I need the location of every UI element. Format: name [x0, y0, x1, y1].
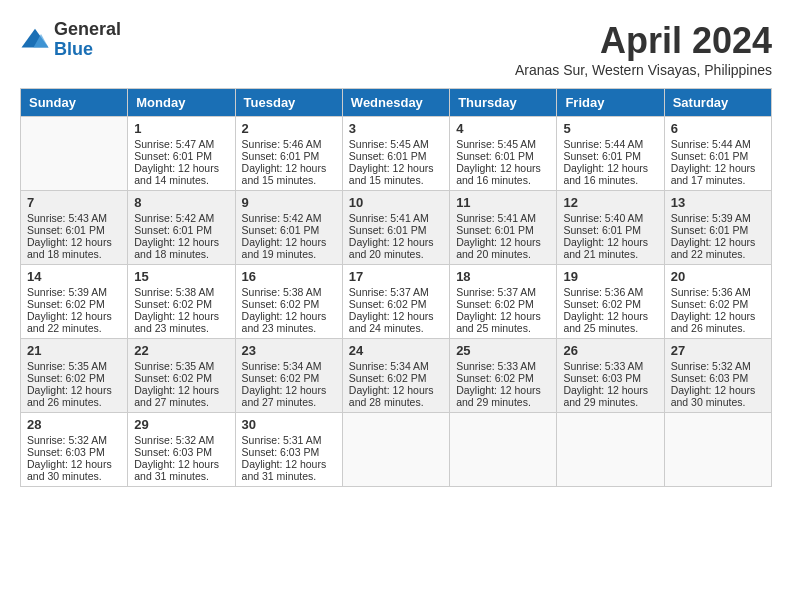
day-info-line: Sunrise: 5:33 AM: [456, 360, 550, 372]
header: General Blue April 2024 Aranas Sur, West…: [20, 20, 772, 78]
calendar-cell: 20Sunrise: 5:36 AMSunset: 6:02 PMDayligh…: [664, 265, 771, 339]
day-info-line: and 22 minutes.: [27, 322, 121, 334]
day-info-line: Sunset: 6:01 PM: [349, 150, 443, 162]
calendar-table: SundayMondayTuesdayWednesdayThursdayFrid…: [20, 88, 772, 487]
day-info-line: Daylight: 12 hours: [671, 236, 765, 248]
day-info-line: Sunset: 6:02 PM: [27, 298, 121, 310]
day-number: 10: [349, 195, 443, 210]
day-info-line: Sunset: 6:02 PM: [563, 298, 657, 310]
day-info-line: Sunrise: 5:34 AM: [349, 360, 443, 372]
day-info-line: and 21 minutes.: [563, 248, 657, 260]
day-number: 11: [456, 195, 550, 210]
column-header-friday: Friday: [557, 89, 664, 117]
day-info-line: and 25 minutes.: [563, 322, 657, 334]
column-header-monday: Monday: [128, 89, 235, 117]
day-info-line: Daylight: 12 hours: [563, 310, 657, 322]
calendar-cell: [450, 413, 557, 487]
calendar-cell: 25Sunrise: 5:33 AMSunset: 6:02 PMDayligh…: [450, 339, 557, 413]
day-number: 22: [134, 343, 228, 358]
day-number: 26: [563, 343, 657, 358]
logo: General Blue: [20, 20, 121, 60]
day-info-line: Daylight: 12 hours: [242, 162, 336, 174]
day-info-line: and 15 minutes.: [349, 174, 443, 186]
day-info-line: Sunset: 6:03 PM: [563, 372, 657, 384]
calendar-cell: 2Sunrise: 5:46 AMSunset: 6:01 PMDaylight…: [235, 117, 342, 191]
day-info-line: Sunrise: 5:42 AM: [242, 212, 336, 224]
day-info-line: Sunrise: 5:33 AM: [563, 360, 657, 372]
day-info-line: Sunrise: 5:34 AM: [242, 360, 336, 372]
day-info-line: Sunset: 6:01 PM: [563, 150, 657, 162]
calendar-cell: 19Sunrise: 5:36 AMSunset: 6:02 PMDayligh…: [557, 265, 664, 339]
day-number: 6: [671, 121, 765, 136]
day-info-line: Sunset: 6:02 PM: [349, 298, 443, 310]
day-info-line: Daylight: 12 hours: [349, 384, 443, 396]
day-info-line: and 26 minutes.: [671, 322, 765, 334]
day-info-line: Daylight: 12 hours: [27, 310, 121, 322]
calendar-cell: 27Sunrise: 5:32 AMSunset: 6:03 PMDayligh…: [664, 339, 771, 413]
day-info-line: Sunset: 6:02 PM: [134, 372, 228, 384]
day-info-line: Sunset: 6:03 PM: [671, 372, 765, 384]
day-info-line: Daylight: 12 hours: [456, 384, 550, 396]
day-number: 8: [134, 195, 228, 210]
day-info-line: Daylight: 12 hours: [456, 236, 550, 248]
column-header-wednesday: Wednesday: [342, 89, 449, 117]
day-info-line: Sunset: 6:03 PM: [27, 446, 121, 458]
calendar-cell: 16Sunrise: 5:38 AMSunset: 6:02 PMDayligh…: [235, 265, 342, 339]
day-info-line: Sunset: 6:02 PM: [242, 372, 336, 384]
calendar-cell: 8Sunrise: 5:42 AMSunset: 6:01 PMDaylight…: [128, 191, 235, 265]
calendar-title: April 2024: [515, 20, 772, 62]
column-header-saturday: Saturday: [664, 89, 771, 117]
day-number: 20: [671, 269, 765, 284]
day-number: 27: [671, 343, 765, 358]
calendar-cell: 28Sunrise: 5:32 AMSunset: 6:03 PMDayligh…: [21, 413, 128, 487]
day-info-line: and 18 minutes.: [27, 248, 121, 260]
day-info-line: Sunrise: 5:45 AM: [456, 138, 550, 150]
day-info-line: Daylight: 12 hours: [134, 162, 228, 174]
day-number: 5: [563, 121, 657, 136]
day-info-line: and 23 minutes.: [242, 322, 336, 334]
day-info-line: Daylight: 12 hours: [27, 458, 121, 470]
calendar-cell: 14Sunrise: 5:39 AMSunset: 6:02 PMDayligh…: [21, 265, 128, 339]
day-number: 24: [349, 343, 443, 358]
day-info-line: Sunset: 6:02 PM: [27, 372, 121, 384]
day-info-line: and 30 minutes.: [27, 470, 121, 482]
day-info-line: Sunset: 6:01 PM: [134, 150, 228, 162]
day-info-line: and 18 minutes.: [134, 248, 228, 260]
calendar-cell: 22Sunrise: 5:35 AMSunset: 6:02 PMDayligh…: [128, 339, 235, 413]
day-info-line: Sunrise: 5:41 AM: [349, 212, 443, 224]
day-info-line: Sunrise: 5:44 AM: [671, 138, 765, 150]
calendar-cell: 11Sunrise: 5:41 AMSunset: 6:01 PMDayligh…: [450, 191, 557, 265]
day-info-line: Sunset: 6:02 PM: [134, 298, 228, 310]
day-info-line: and 30 minutes.: [671, 396, 765, 408]
day-info-line: and 27 minutes.: [242, 396, 336, 408]
day-info-line: Sunset: 6:01 PM: [349, 224, 443, 236]
calendar-cell: 9Sunrise: 5:42 AMSunset: 6:01 PMDaylight…: [235, 191, 342, 265]
day-info-line: Sunset: 6:01 PM: [456, 150, 550, 162]
day-info-line: Sunset: 6:01 PM: [27, 224, 121, 236]
day-info-line: Daylight: 12 hours: [134, 384, 228, 396]
day-info-line: and 22 minutes.: [671, 248, 765, 260]
day-info-line: Sunrise: 5:39 AM: [27, 286, 121, 298]
column-header-tuesday: Tuesday: [235, 89, 342, 117]
day-number: 3: [349, 121, 443, 136]
day-info-line: and 25 minutes.: [456, 322, 550, 334]
day-info-line: Sunrise: 5:41 AM: [456, 212, 550, 224]
day-number: 1: [134, 121, 228, 136]
day-info-line: Sunrise: 5:35 AM: [27, 360, 121, 372]
day-info-line: and 19 minutes.: [242, 248, 336, 260]
calendar-cell: [557, 413, 664, 487]
calendar-cell: [342, 413, 449, 487]
day-number: 14: [27, 269, 121, 284]
day-info-line: and 20 minutes.: [349, 248, 443, 260]
day-info-line: Sunset: 6:01 PM: [456, 224, 550, 236]
calendar-week-row: 21Sunrise: 5:35 AMSunset: 6:02 PMDayligh…: [21, 339, 772, 413]
day-info-line: Sunrise: 5:36 AM: [671, 286, 765, 298]
day-info-line: and 31 minutes.: [242, 470, 336, 482]
day-number: 28: [27, 417, 121, 432]
day-info-line: Sunrise: 5:43 AM: [27, 212, 121, 224]
day-info-line: Daylight: 12 hours: [134, 236, 228, 248]
calendar-cell: 3Sunrise: 5:45 AMSunset: 6:01 PMDaylight…: [342, 117, 449, 191]
calendar-cell: 1Sunrise: 5:47 AMSunset: 6:01 PMDaylight…: [128, 117, 235, 191]
calendar-cell: [21, 117, 128, 191]
calendar-week-row: 14Sunrise: 5:39 AMSunset: 6:02 PMDayligh…: [21, 265, 772, 339]
